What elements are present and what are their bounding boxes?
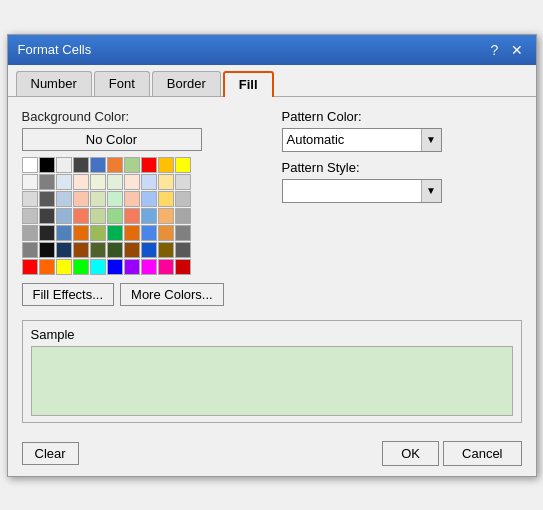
color-cell-3-4[interactable] (90, 208, 106, 224)
color-cell-1-2[interactable] (56, 174, 72, 190)
color-cell-1-3[interactable] (73, 174, 89, 190)
color-cell-3-6[interactable] (124, 208, 140, 224)
color-cell-2-8[interactable] (158, 191, 174, 207)
color-cell-1-9[interactable] (175, 174, 191, 190)
color-cell-1-0[interactable] (22, 174, 38, 190)
color-cell-5-3[interactable] (73, 242, 89, 258)
color-cell-4-4[interactable] (90, 225, 106, 241)
color-cell-4-7[interactable] (141, 225, 157, 241)
sample-label: Sample (31, 327, 513, 342)
color-cell-5-7[interactable] (141, 242, 157, 258)
color-cell-5-1[interactable] (39, 242, 55, 258)
color-cell-3-8[interactable] (158, 208, 174, 224)
color-cell-0-1[interactable] (39, 157, 55, 173)
color-cell-6-1[interactable] (39, 259, 55, 275)
no-color-button[interactable]: No Color (22, 128, 202, 151)
color-cell-6-3[interactable] (73, 259, 89, 275)
color-cell-5-0[interactable] (22, 242, 38, 258)
color-row-3 (22, 208, 262, 224)
color-cell-4-8[interactable] (158, 225, 174, 241)
color-cell-6-6[interactable] (124, 259, 140, 275)
more-colors-button[interactable]: More Colors... (120, 283, 224, 306)
color-cell-0-5[interactable] (107, 157, 123, 173)
color-cell-5-6[interactable] (124, 242, 140, 258)
color-cell-6-9[interactable] (175, 259, 191, 275)
tab-bar: Number Font Border Fill (8, 65, 536, 97)
pattern-style-select[interactable]: ▼ (282, 179, 442, 203)
dialog-title: Format Cells (18, 42, 92, 57)
color-cell-6-5[interactable] (107, 259, 123, 275)
color-cell-2-2[interactable] (56, 191, 72, 207)
color-cell-2-4[interactable] (90, 191, 106, 207)
color-cell-1-1[interactable] (39, 174, 55, 190)
sample-box (31, 346, 513, 416)
color-cell-0-0[interactable] (22, 157, 38, 173)
color-cell-5-8[interactable] (158, 242, 174, 258)
left-column: Background Color: No Color Fill Effects.… (22, 109, 262, 306)
color-cell-1-5[interactable] (107, 174, 123, 190)
title-bar: Format Cells ? ✕ (8, 35, 536, 65)
color-cell-3-9[interactable] (175, 208, 191, 224)
color-cell-2-7[interactable] (141, 191, 157, 207)
pattern-color-select[interactable]: Automatic ▼ (282, 128, 442, 152)
color-cell-0-6[interactable] (124, 157, 140, 173)
color-cell-6-2[interactable] (56, 259, 72, 275)
color-cell-0-3[interactable] (73, 157, 89, 173)
color-cell-5-4[interactable] (90, 242, 106, 258)
color-cell-6-4[interactable] (90, 259, 106, 275)
color-row-1 (22, 174, 262, 190)
tab-border[interactable]: Border (152, 71, 221, 96)
color-cell-2-6[interactable] (124, 191, 140, 207)
color-cell-0-4[interactable] (90, 157, 106, 173)
color-cell-5-9[interactable] (175, 242, 191, 258)
color-cell-0-8[interactable] (158, 157, 174, 173)
color-cell-2-0[interactable] (22, 191, 38, 207)
color-cell-4-6[interactable] (124, 225, 140, 241)
color-row-0 (22, 157, 262, 173)
color-cell-3-3[interactable] (73, 208, 89, 224)
right-column: Pattern Color: Automatic ▼ Pattern Style… (282, 109, 522, 306)
color-cell-6-8[interactable] (158, 259, 174, 275)
color-cell-6-7[interactable] (141, 259, 157, 275)
clear-button[interactable]: Clear (22, 442, 79, 465)
bg-color-label: Background Color: (22, 109, 262, 124)
cancel-button[interactable]: Cancel (443, 441, 521, 466)
color-cell-5-2[interactable] (56, 242, 72, 258)
tab-fill[interactable]: Fill (223, 71, 274, 97)
color-cell-4-9[interactable] (175, 225, 191, 241)
close-button[interactable]: ✕ (508, 41, 526, 59)
color-row-6 (22, 259, 262, 275)
color-cell-0-2[interactable] (56, 157, 72, 173)
color-cell-4-3[interactable] (73, 225, 89, 241)
color-cell-0-7[interactable] (141, 157, 157, 173)
fill-effects-button[interactable]: Fill Effects... (22, 283, 115, 306)
color-cell-2-5[interactable] (107, 191, 123, 207)
color-cell-5-5[interactable] (107, 242, 123, 258)
color-cell-4-0[interactable] (22, 225, 38, 241)
color-cell-0-9[interactable] (175, 157, 191, 173)
color-row-2 (22, 191, 262, 207)
color-cell-1-4[interactable] (90, 174, 106, 190)
main-columns: Background Color: No Color Fill Effects.… (22, 109, 522, 306)
color-cell-1-8[interactable] (158, 174, 174, 190)
color-cell-3-7[interactable] (141, 208, 157, 224)
color-cell-1-7[interactable] (141, 174, 157, 190)
pattern-color-dropdown-arrow[interactable]: ▼ (421, 129, 441, 151)
color-cell-4-5[interactable] (107, 225, 123, 241)
color-cell-2-3[interactable] (73, 191, 89, 207)
tab-font[interactable]: Font (94, 71, 150, 96)
color-cell-3-0[interactable] (22, 208, 38, 224)
color-cell-4-2[interactable] (56, 225, 72, 241)
help-button[interactable]: ? (486, 41, 504, 59)
color-cell-3-5[interactable] (107, 208, 123, 224)
color-cell-2-1[interactable] (39, 191, 55, 207)
color-cell-6-0[interactable] (22, 259, 38, 275)
color-cell-3-1[interactable] (39, 208, 55, 224)
color-cell-1-6[interactable] (124, 174, 140, 190)
tab-number[interactable]: Number (16, 71, 92, 96)
color-cell-4-1[interactable] (39, 225, 55, 241)
ok-button[interactable]: OK (382, 441, 439, 466)
color-cell-3-2[interactable] (56, 208, 72, 224)
color-cell-2-9[interactable] (175, 191, 191, 207)
pattern-style-dropdown-arrow[interactable]: ▼ (421, 180, 441, 202)
